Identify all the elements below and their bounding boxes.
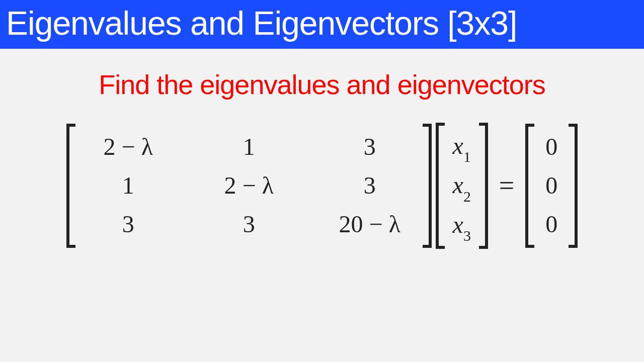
vector-entry: x3 [452, 206, 472, 245]
matrix-row: 3 3 20 − λ [86, 205, 413, 244]
matrix-cell: 3 [327, 128, 413, 166]
vector-entry: 0 [541, 205, 561, 244]
matrix-row: 2 − λ 1 3 [86, 128, 413, 166]
vector-entry: 0 [541, 128, 561, 166]
matrix-cell: 1 [86, 166, 171, 205]
right-bracket-icon [569, 124, 578, 247]
left-bracket-icon [525, 124, 534, 247]
vector-x: x1 x2 x3 [436, 123, 488, 249]
vector-entry: x1 [452, 127, 472, 166]
left-bracket-icon [436, 123, 445, 249]
matrix-a-minus-lambda-i: 2 − λ 1 3 1 2 − λ 3 3 3 20 − λ [66, 124, 432, 247]
vector-zero: 0 0 0 [525, 124, 578, 247]
matrix-cell: 3 [86, 205, 171, 244]
matrix-row: 1 2 − λ 3 [86, 166, 413, 205]
matrix-cell: 3 [206, 205, 292, 244]
equals-sign: = [499, 170, 514, 201]
vector-entry: 0 [541, 166, 561, 205]
equation: 2 − λ 1 3 1 2 − λ 3 3 3 20 − λ x1 [0, 123, 644, 249]
matrix-cell: 20 − λ [327, 205, 413, 244]
subtitle: Find the eigenvalues and eigenvectors [0, 69, 644, 100]
right-bracket-icon [479, 123, 488, 249]
right-bracket-icon [423, 124, 432, 247]
page-title: Eigenvalues and Eigenvectors [3x3] [6, 5, 517, 42]
matrix-cell: 1 [206, 128, 292, 166]
title-bar: Eigenvalues and Eigenvectors [3x3] [0, 0, 644, 49]
vector-entry: x2 [452, 166, 472, 206]
matrix-cell: 2 − λ [206, 166, 292, 205]
matrix-cell: 3 [327, 166, 413, 205]
left-bracket-icon [66, 124, 75, 247]
matrix-cell: 2 − λ [86, 128, 171, 166]
